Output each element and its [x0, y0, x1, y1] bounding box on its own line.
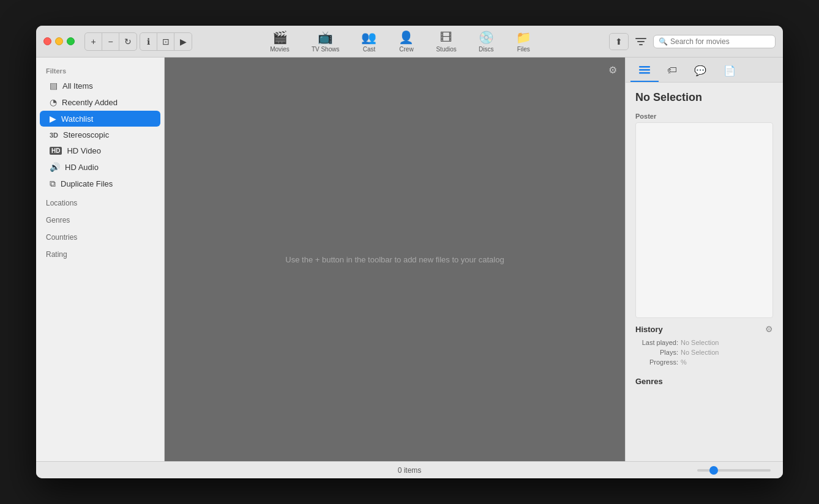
tab-movies[interactable]: 🎬 Movies — [259, 28, 301, 55]
progress-key: Progress: — [635, 358, 678, 366]
center-panel: ⚙ Use the + button in the toolbar to add… — [165, 57, 625, 461]
poster-area — [635, 122, 773, 318]
toolbar-left: + − ↻ ℹ ⊡ ▶ — [75, 32, 192, 51]
share-button[interactable]: ⬆ — [609, 33, 629, 50]
right-tab-chat[interactable]: 💬 — [686, 61, 715, 82]
tab-tv-shows-label: TV Shows — [312, 46, 340, 53]
search-icon: 🔍 — [659, 37, 668, 46]
tab-studios-label: Studios — [436, 46, 456, 53]
refresh-button[interactable]: ↻ — [119, 33, 136, 50]
info-button[interactable]: ℹ — [140, 33, 157, 50]
close-button[interactable] — [43, 37, 51, 45]
watchlist-icon: ▶ — [50, 114, 56, 124]
progress-value: % — [681, 358, 687, 366]
hd-audio-label: HD Audio — [65, 163, 99, 172]
tab-discs[interactable]: 💿 Discs — [468, 28, 505, 55]
hd-video-label: HD Video — [67, 146, 100, 155]
tab-files[interactable]: 📁 Files — [505, 28, 542, 55]
tab-cast-label: Cast — [363, 46, 376, 53]
recently-added-label: Recently Added — [62, 98, 118, 107]
right-panel: 🏷 💬 📄 No Selection Poster History ⚙ Last… — [625, 57, 783, 461]
recently-added-icon: ◔ — [50, 97, 57, 107]
sidebar-item-recently-added[interactable]: ◔ Recently Added — [40, 94, 160, 110]
sidebar-item-duplicate-files[interactable]: ⧉ Duplicate Files — [40, 176, 160, 192]
share-icon: ⬆ — [615, 37, 623, 46]
filter-icon — [635, 37, 646, 46]
play-button[interactable]: ▶ — [174, 33, 192, 50]
cast-icon: 👥 — [361, 30, 376, 45]
stereoscopic-label: Stereoscopic — [63, 130, 109, 139]
right-tab-doc[interactable]: 📄 — [715, 61, 744, 82]
right-tab-badge[interactable]: 🏷 — [659, 61, 686, 82]
duplicate-files-icon: ⧉ — [50, 179, 56, 189]
files-icon: 📁 — [516, 30, 531, 45]
tab-files-label: Files — [517, 46, 530, 53]
hd-audio-icon: 🔊 — [50, 162, 60, 172]
crew-icon: 👤 — [398, 30, 414, 45]
sidebar-item-watchlist[interactable]: ▶ Watchlist — [40, 111, 160, 127]
tab-cast[interactable]: 👥 Cast — [350, 28, 387, 55]
sidebar-item-all-items[interactable]: ▤ All Items — [40, 78, 160, 94]
center-empty-message: Use the + button in the toolbar to add n… — [165, 57, 625, 461]
traffic-lights — [36, 37, 75, 45]
svg-rect-1 — [637, 41, 645, 42]
tab-tv-shows[interactable]: 📺 TV Shows — [301, 28, 351, 55]
genres-section-label: Genres — [626, 374, 783, 388]
sidebar-item-stereoscopic[interactable]: 3D Stereoscopic — [40, 127, 160, 143]
add-remove-group: + − ↻ — [84, 32, 137, 51]
movies-icon: 🎬 — [272, 30, 288, 45]
genres-label: Genres — [36, 210, 164, 227]
last-played-key: Last played: — [635, 339, 678, 346]
tab-movies-label: Movies — [270, 46, 290, 53]
locations-label: Locations — [36, 193, 164, 210]
filters-label: Filters — [36, 64, 164, 77]
right-tab-list[interactable] — [630, 61, 659, 82]
statusbar: 0 items — [36, 461, 783, 478]
studios-icon: 🎞 — [440, 31, 452, 45]
remove-button[interactable]: − — [102, 33, 119, 50]
zoom-slider[interactable] — [697, 469, 771, 472]
maximize-button[interactable] — [67, 37, 75, 45]
svg-rect-5 — [639, 72, 650, 74]
tab-crew-label: Crew — [399, 46, 413, 53]
filter-button[interactable] — [632, 33, 649, 50]
sidebar-item-hd-video[interactable]: HD HD Video — [40, 143, 160, 158]
tab-crew[interactable]: 👤 Crew — [387, 28, 425, 55]
toolbar-right: ⬆ 🔍 — [609, 33, 783, 50]
rating-label: Rating — [36, 244, 164, 261]
add-button[interactable]: + — [85, 33, 102, 50]
svg-rect-4 — [639, 69, 650, 71]
stereoscopic-icon: 3D — [50, 132, 58, 139]
items-count: 0 items — [398, 466, 422, 475]
minimize-button[interactable] — [55, 37, 63, 45]
history-title: History — [635, 325, 663, 334]
discs-icon: 💿 — [479, 30, 494, 45]
tab-discs-label: Discs — [479, 46, 493, 53]
image-button[interactable]: ⊡ — [157, 33, 174, 50]
plays-value: No Selection — [681, 349, 719, 356]
history-gear-button[interactable]: ⚙ — [765, 324, 773, 334]
tv-shows-icon: 📺 — [318, 30, 333, 45]
slider-thumb[interactable] — [709, 466, 718, 475]
progress-row: Progress: % — [635, 358, 773, 366]
slider-track — [697, 469, 771, 472]
titlebar: + − ↻ ℹ ⊡ ▶ 🎬 Movies 📺 TV Shows 👥 Cast — [36, 26, 783, 57]
center-header: ⚙ — [605, 62, 620, 77]
search-input[interactable] — [670, 37, 768, 46]
svg-rect-0 — [635, 38, 646, 39]
sidebar-item-hd-audio[interactable]: 🔊 HD Audio — [40, 159, 160, 175]
search-box[interactable]: 🔍 — [653, 35, 776, 48]
history-header: History ⚙ — [635, 324, 773, 334]
info-group: ℹ ⊡ ▶ — [140, 32, 192, 51]
history-section: History ⚙ Last played: No Selection Play… — [626, 318, 783, 374]
main-content: Filters ▤ All Items ◔ Recently Added ▶ W… — [36, 57, 783, 461]
sidebar: Filters ▤ All Items ◔ Recently Added ▶ W… — [36, 57, 165, 461]
list-tab-icon — [639, 65, 650, 75]
tab-studios[interactable]: 🎞 Studios — [425, 28, 467, 55]
center-gear-button[interactable]: ⚙ — [605, 62, 620, 77]
nav-tabs: 🎬 Movies 📺 TV Shows 👥 Cast 👤 Crew 🎞 Stud… — [192, 28, 609, 55]
right-panel-tabs: 🏷 💬 📄 — [626, 57, 783, 83]
plays-row: Plays: No Selection — [635, 349, 773, 356]
svg-rect-2 — [639, 44, 643, 45]
app-window: + − ↻ ℹ ⊡ ▶ 🎬 Movies 📺 TV Shows 👥 Cast — [36, 26, 783, 478]
